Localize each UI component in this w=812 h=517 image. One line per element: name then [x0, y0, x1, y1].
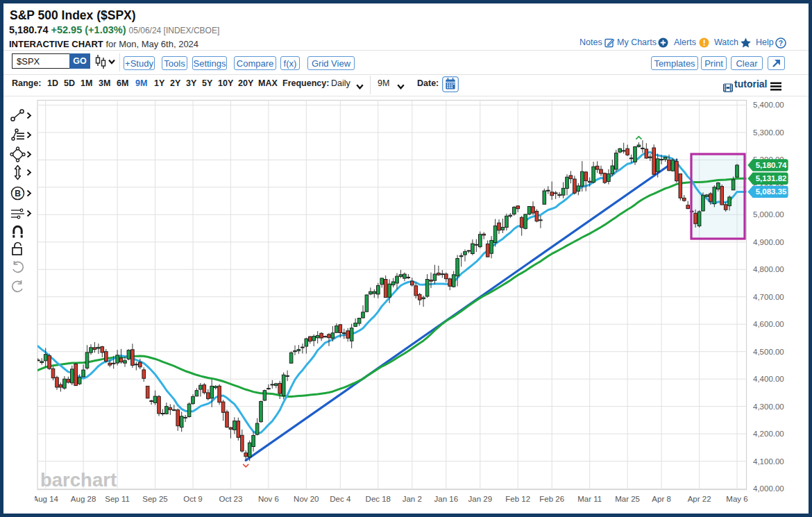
svg-text:Mar 25: Mar 25 — [615, 495, 640, 503]
svg-text:4,600.00: 4,600.00 — [753, 320, 784, 328]
svg-text:4,100.00: 4,100.00 — [753, 457, 784, 466]
svg-text:B: B — [15, 189, 21, 198]
svg-text:Aug 14: Aug 14 — [35, 495, 59, 503]
svg-text:Dec 18: Dec 18 — [366, 495, 391, 503]
svg-text:Aug 28: Aug 28 — [71, 495, 96, 503]
svg-text:Nov 6: Nov 6 — [258, 495, 279, 503]
svg-text:Apr 22: Apr 22 — [688, 495, 711, 503]
svg-text:Sep 11: Sep 11 — [105, 495, 130, 503]
svg-text:May 6: May 6 — [726, 495, 747, 503]
svg-text:4,300.00: 4,300.00 — [753, 402, 784, 411]
svg-text:4,000.00: 4,000.00 — [753, 484, 784, 493]
svg-text:barchart: barchart — [40, 469, 117, 491]
svg-text:Oct 23: Oct 23 — [219, 495, 242, 503]
svg-text:5,180.74: 5,180.74 — [756, 161, 787, 169]
svg-text:4,900.00: 4,900.00 — [753, 238, 784, 246]
svg-text:Jan 29: Jan 29 — [468, 495, 493, 503]
svg-text:?: ? — [779, 39, 783, 47]
svg-text:Feb 12: Feb 12 — [505, 495, 530, 503]
svg-text:5,131.82: 5,131.82 — [756, 174, 787, 183]
svg-text:4,800.00: 4,800.00 — [753, 265, 784, 273]
svg-text:5,400.00: 5,400.00 — [753, 101, 784, 109]
svg-text:4,200.00: 4,200.00 — [753, 430, 784, 438]
svg-text:Feb 26: Feb 26 — [539, 495, 564, 503]
svg-text:Jan 16: Jan 16 — [434, 495, 459, 503]
svg-text:Mar 11: Mar 11 — [577, 495, 602, 503]
svg-text:Dec 4: Dec 4 — [330, 495, 351, 503]
svg-text:Sep 25: Sep 25 — [142, 495, 167, 503]
svg-text:4,400.00: 4,400.00 — [753, 375, 784, 383]
svg-text:5,083.35: 5,083.35 — [756, 187, 787, 196]
svg-text:Nov 20: Nov 20 — [294, 495, 319, 503]
svg-text:4,500.00: 4,500.00 — [753, 348, 784, 356]
svg-text:5,000.00: 5,000.00 — [753, 210, 784, 219]
svg-text:4,700.00: 4,700.00 — [753, 293, 784, 301]
svg-text:Oct 9: Oct 9 — [183, 495, 202, 503]
svg-text:5,300.00: 5,300.00 — [753, 128, 784, 137]
svg-text:Jan 2: Jan 2 — [403, 495, 422, 503]
svg-text:Apr 8: Apr 8 — [652, 495, 671, 503]
